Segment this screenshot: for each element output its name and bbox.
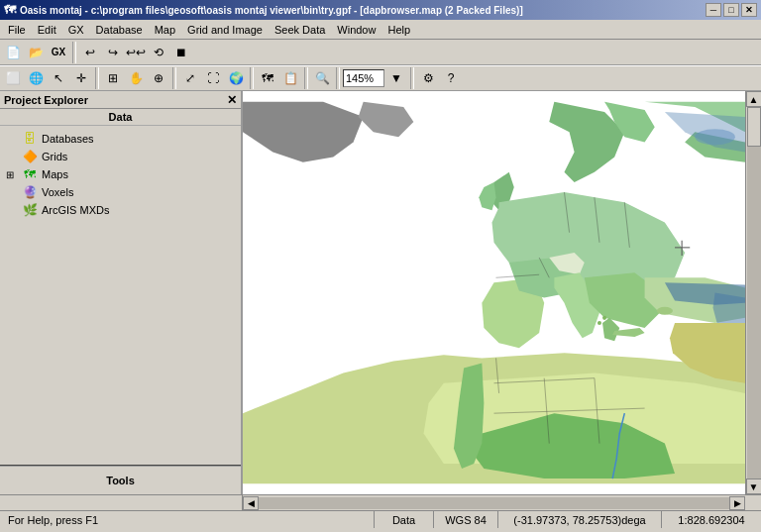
app-icon: 🗺 [4,3,16,17]
map-canvas[interactable] [243,91,745,494]
svg-point-15 [602,316,606,320]
tree-item-arcgis[interactable]: 🌿 ArcGIS MXDs [2,201,239,219]
help-text: For Help, press F1 [8,514,98,526]
tree-item-grids[interactable]: 🔶 Grids [2,148,239,165]
arcgis-icon: 🌿 [22,202,38,218]
menu-seek-data[interactable]: Seek Data [269,22,331,38]
status-data: Data [375,511,434,528]
tb2-hand[interactable]: ✋ [125,67,147,89]
projection-label: WGS 84 [445,514,487,526]
tree-item-databases[interactable]: 🗄 Databases [2,130,239,148]
pe-data-header: Data [0,109,241,126]
pe-tools-section: Tools [0,465,241,494]
tb2-zoomfit[interactable]: ⤢ [179,67,201,89]
tb2-sep1 [95,67,99,89]
vertical-scrollbar: ▲ ▼ [745,91,761,494]
menu-help[interactable]: Help [381,22,416,38]
menu-file[interactable]: File [2,22,32,38]
title-bar-buttons: ─ □ ✕ [706,3,757,17]
tree-label-databases: Databases [42,133,94,145]
menu-grid-image[interactable]: Grid and Image [181,22,269,38]
scroll-track[interactable] [747,107,761,479]
menu-edit[interactable]: Edit [32,22,62,38]
tb2-cursor[interactable]: ↖ [48,67,69,89]
tb2-cross[interactable]: ✛ [70,67,92,89]
tree-label-arcgis: ArcGIS MXDs [42,204,109,216]
tb2-map[interactable]: 🌐 [25,67,47,89]
status-coordinates: (-31.97373, 78.25753)dega [498,511,662,528]
main-area: Project Explorer ✕ Data 🗄 Databases 🔶 Gr… [0,91,761,494]
tree-label-voxels: Voxels [42,186,73,198]
svg-point-1 [695,129,735,145]
title-bar-left: 🗺 Oasis montaj - c:\program files\geosof… [4,3,523,17]
tb2-mapview1[interactable]: 🗺 [257,67,278,89]
db-icon: 🗄 [22,131,38,147]
project-explorer: Project Explorer ✕ Data 🗄 Databases 🔶 Gr… [0,91,243,494]
tb2-grid[interactable]: ⊞ [102,67,124,89]
tb-new-btn[interactable]: 📄 [2,42,24,63]
tb-open-btn[interactable]: 📂 [25,42,47,63]
pe-tools-label: Tools [106,475,135,486]
menu-database[interactable]: Database [90,22,149,38]
tb-redo-btn[interactable]: ↪ [102,42,124,63]
menu-window[interactable]: Window [331,22,381,38]
tb-btn3[interactable]: ↩↩ [125,42,147,63]
svg-point-16 [598,321,601,325]
pe-title-bar: Project Explorer ✕ [0,91,241,109]
menu-bar: File Edit GX Database Map Grid and Image… [0,20,761,40]
scroll-left-button[interactable]: ◀ [243,496,259,510]
tb2-lasso[interactable]: ⊕ [148,67,169,89]
tb2-zoomfull[interactable]: ⛶ [202,67,224,89]
menu-gx[interactable]: GX [62,22,90,38]
data-label: Data [392,514,415,526]
scroll-right-button[interactable]: ▶ [729,496,745,510]
toolbar1: 📄 📂 GX ↩ ↪ ↩↩ ⟲ ⏹ [0,40,761,65]
scroll-thumb[interactable] [747,107,761,147]
hscrollbar-area: ◀ ▶ [0,494,761,510]
tb2-select[interactable]: ⬜ [2,67,24,89]
tb2-globe[interactable]: 🌍 [225,67,247,89]
scroll-corner [745,495,761,510]
title-bar: 🗺 Oasis montaj - c:\program files\geosof… [0,0,761,20]
tb2-settings[interactable]: ⚙ [417,67,439,89]
status-help: For Help, press F1 [0,511,375,528]
maps-icon: 🗺 [22,166,38,182]
tb-btn5[interactable]: ⏹ [170,42,192,63]
tb2-question[interactable]: ? [440,67,462,89]
tb2-sep6 [410,67,414,89]
tb2-zoom-dropdown[interactable]: ▼ [385,67,407,89]
tb2-mapview2[interactable]: 📋 [279,67,301,89]
horizontal-scrollbar: ◀ ▶ [243,495,745,510]
tb-undo-btn[interactable]: ↩ [79,42,101,63]
scroll-down-button[interactable]: ▼ [746,479,762,494]
status-bar: For Help, press F1 Data WGS 84 (-31.9737… [0,510,761,528]
maximize-button[interactable]: □ [723,3,739,17]
hscroll-spacer [0,495,243,510]
tb-gx-btn[interactable]: GX [48,42,69,63]
grid-icon: 🔶 [22,149,38,164]
svg-point-14 [657,307,673,315]
tb-btn4[interactable]: ⟲ [148,42,169,63]
title-text: Oasis montaj - c:\program files\geosoft\… [20,5,523,16]
scroll-up-button[interactable]: ▲ [746,91,762,107]
zoom-level-display: 145% [343,69,384,87]
map-area[interactable] [243,91,745,494]
tb-sep1 [72,42,76,63]
tree-item-voxels[interactable]: 🔮 Voxels [2,183,239,201]
menu-map[interactable]: Map [149,22,181,38]
tree-label-grids: Grids [42,151,67,162]
tree-label-maps: Maps [42,168,68,180]
tb2-sep4 [304,67,308,89]
toolbar2: ⬜ 🌐 ↖ ✛ ⊞ ✋ ⊕ ⤢ ⛶ 🌍 🗺 📋 🔍 145% ▼ ⚙ ? [0,65,761,91]
minimize-button[interactable]: ─ [706,3,721,17]
pe-close-button[interactable]: ✕ [227,93,237,107]
voxels-icon: 🔮 [22,184,38,200]
status-scale: 1:828.692304 [662,511,761,528]
pe-title-label: Project Explorer [4,94,88,106]
coordinates-label: (-31.97373, 78.25753)dega [513,514,645,526]
hscroll-track[interactable] [259,497,729,509]
status-projection: WGS 84 [434,511,498,528]
tb2-zoomout[interactable]: 🔍 [311,67,333,89]
tree-item-maps[interactable]: ⊞ 🗺 Maps [2,165,239,183]
close-button[interactable]: ✕ [741,3,757,17]
